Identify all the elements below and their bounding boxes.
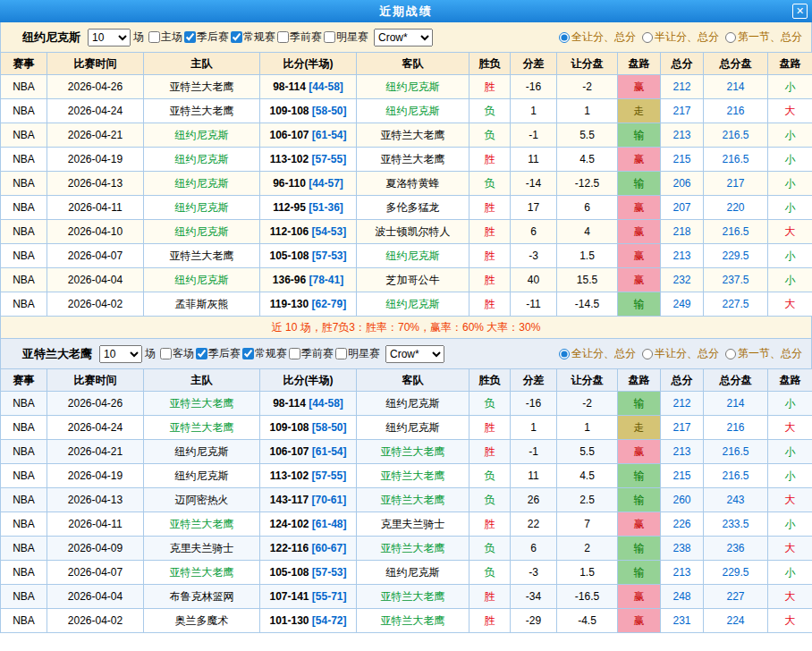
- odds-company-select[interactable]: Crow*: [385, 345, 444, 363]
- checkbox-input[interactable]: [289, 348, 300, 359]
- date-cell: 2026-04-02: [47, 292, 144, 317]
- games-count-select[interactable]: 10: [88, 29, 131, 46]
- league-cell: NBA: [1, 585, 47, 609]
- total-points-cell: 218: [661, 220, 704, 244]
- total-line-cell: 216.5: [704, 464, 768, 488]
- radio-input[interactable]: [642, 32, 653, 43]
- radio-input[interactable]: [559, 32, 570, 43]
- odds-type-radio[interactable]: 半让分、总分: [642, 346, 719, 361]
- radio-input[interactable]: [642, 349, 653, 359]
- filter-checkbox[interactable]: 主场: [148, 30, 182, 45]
- win-loss-cell: 胜: [469, 196, 511, 220]
- total-points-cell: 249: [661, 292, 704, 317]
- total-line-cell: 229.5: [704, 244, 768, 268]
- win-loss-cell: 胜: [469, 292, 511, 317]
- total-points-cell: 238: [661, 537, 704, 561]
- checkbox-input[interactable]: [277, 31, 289, 43]
- filter-checkbox[interactable]: 常规赛: [242, 346, 287, 361]
- close-icon[interactable]: ✕: [792, 4, 808, 19]
- league-cell: NBA: [1, 488, 47, 512]
- checkbox-input[interactable]: [148, 31, 160, 43]
- checkbox-label: 明星赛: [336, 30, 368, 45]
- odds-type-radio[interactable]: 第一节、总分: [725, 30, 802, 45]
- filter-checkbox[interactable]: 季前赛: [289, 346, 334, 361]
- checkbox-input[interactable]: [160, 348, 172, 359]
- over-under-cell: 小: [768, 512, 812, 537]
- date-cell: 2026-04-07: [47, 244, 144, 268]
- date-cell: 2026-04-13: [47, 172, 144, 196]
- over-under-cell: 大: [768, 488, 812, 512]
- final-score: 113-102: [270, 153, 309, 165]
- filter-checkbox[interactable]: 常规赛: [231, 30, 275, 45]
- odds-type-radio[interactable]: 全让分、总分: [559, 30, 636, 45]
- half-score: [78-41]: [309, 274, 344, 286]
- game-row: NBA2026-04-07亚特兰大老鹰105-108 [57-53]纽约尼克斯胜…: [1, 244, 812, 268]
- point-diff-cell: 6: [511, 220, 557, 244]
- league-cell: NBA: [1, 440, 47, 464]
- handicap-result-cell: 输: [618, 392, 661, 416]
- games-tbody: NBA2026-04-26亚特兰大老鹰98-114 [44-58]纽约尼克斯负-…: [1, 392, 812, 633]
- over-under-cell: 大: [768, 416, 812, 440]
- filter-checkbox[interactable]: 客场: [160, 346, 194, 361]
- radio-input[interactable]: [725, 349, 736, 359]
- away-team-cell: 多伦多猛龙: [357, 196, 469, 220]
- summary-row: 近 10 场，胜7负3：胜率：70%，赢率：60% 大率：30%: [0, 317, 812, 339]
- radio-input[interactable]: [725, 32, 736, 43]
- odds-type-radio[interactable]: 全让分、总分: [559, 346, 636, 361]
- away-team-cell: 纽约尼克斯: [357, 561, 469, 585]
- league-cell: NBA: [1, 537, 47, 561]
- game-row: NBA2026-04-21纽约尼克斯106-107 [61-54]亚特兰大老鹰胜…: [1, 440, 812, 464]
- game-row: NBA2026-04-11纽约尼克斯112-95 [51-36]多伦多猛龙胜17…: [1, 196, 812, 220]
- filter-checkbox[interactable]: 明星赛: [335, 346, 380, 361]
- checkbox-input[interactable]: [231, 31, 242, 43]
- score-cell: 109-108 [58-50]: [260, 416, 357, 440]
- half-score: [57-53]: [312, 249, 347, 262]
- game-row: NBA2026-04-02孟菲斯灰熊119-130 [62-79]纽约尼克斯胜-…: [1, 292, 812, 317]
- column-header: 分差: [511, 53, 557, 75]
- total-points-cell: 217: [661, 99, 704, 123]
- point-diff-cell: -3: [511, 561, 557, 585]
- radio-input[interactable]: [559, 349, 570, 359]
- odds-type-radio[interactable]: 第一节、总分: [725, 346, 802, 361]
- handicap-line-cell: -4.5: [557, 609, 618, 633]
- handicap-line-cell: 4.5: [557, 148, 618, 172]
- game-row: NBA2026-04-10纽约尼克斯112-106 [54-53]波士顿凯尔特人…: [1, 220, 812, 244]
- checkbox-input[interactable]: [184, 31, 196, 43]
- game-row: NBA2026-04-02奥兰多魔术101-130 [54-72]亚特兰大老鹰胜…: [1, 609, 812, 633]
- away-team-cell: 亚特兰大老鹰: [357, 609, 469, 633]
- point-diff-cell: -16: [511, 75, 557, 99]
- column-header: 总分盘: [704, 369, 768, 392]
- home-team-cell: 亚特兰大老鹰: [144, 75, 260, 99]
- odds-company-select[interactable]: Crow*: [374, 29, 433, 46]
- games-unit-label: 场: [145, 346, 156, 361]
- point-diff-cell: 11: [511, 464, 557, 488]
- league-cell: NBA: [1, 172, 47, 196]
- filter-checkbox[interactable]: 季后赛: [184, 30, 229, 45]
- home-team-cell: 纽约尼克斯: [144, 148, 260, 172]
- checkbox-input[interactable]: [242, 348, 254, 359]
- filter-checkbox[interactable]: 明星赛: [324, 30, 368, 45]
- filter-checkbox[interactable]: 季后赛: [196, 346, 241, 361]
- checkbox-input[interactable]: [196, 348, 207, 359]
- home-team-cell: 奥兰多魔术: [144, 609, 260, 633]
- team-section: 亚特兰大老鹰 10 场 客场季后赛常规赛季前赛明星赛 Crow* 全让分、总分半…: [0, 339, 812, 633]
- column-header: 让分盘: [557, 53, 618, 75]
- league-cell: NBA: [1, 99, 47, 123]
- win-loss-cell: 胜: [469, 416, 511, 440]
- games-count-select[interactable]: 10: [99, 345, 142, 363]
- odds-type-radio[interactable]: 半让分、总分: [642, 30, 719, 45]
- over-under-cell: 大: [768, 99, 812, 123]
- win-loss-cell: 胜: [469, 585, 511, 609]
- date-cell: 2026-04-21: [47, 123, 144, 148]
- filter-checkbox[interactable]: 季前赛: [277, 30, 322, 45]
- home-team-cell: 亚特兰大老鹰: [144, 561, 260, 585]
- handicap-result-cell: 走: [618, 99, 661, 123]
- date-cell: 2026-04-26: [47, 392, 144, 416]
- home-team-cell: 纽约尼克斯: [144, 123, 260, 148]
- score-cell: 113-102 [57-55]: [260, 464, 357, 488]
- checkbox-input[interactable]: [335, 348, 347, 359]
- league-cell: NBA: [1, 464, 47, 488]
- over-under-cell: 小: [768, 392, 812, 416]
- home-team-cell: 纽约尼克斯: [144, 172, 260, 196]
- checkbox-input[interactable]: [324, 31, 335, 43]
